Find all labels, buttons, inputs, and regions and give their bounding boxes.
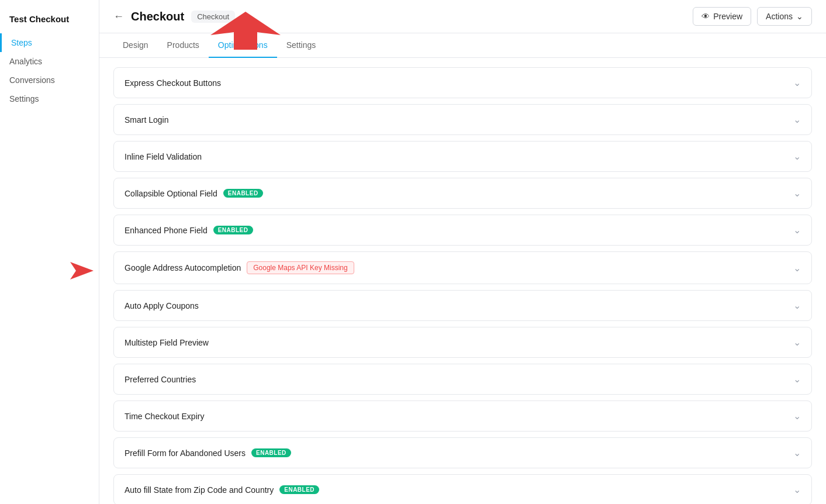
actions-button[interactable]: Actions ⌄ [757,7,812,26]
enabled-badge: ENABLED [279,485,319,494]
accordion-title-time-checkout-expiry: Time Checkout Expiry [125,412,204,421]
chevron-down-icon: ⌄ [793,484,801,495]
preview-button[interactable]: 👁 Preview [693,7,751,26]
accordion-label: Multistep Field Preview [125,338,209,347]
breadcrumb: Checkout [191,11,235,23]
chevron-down-icon: ⌄ [793,410,801,422]
accordion-item-auto-fill-state[interactable]: Auto fill State from Zip Code and Countr… [113,474,812,504]
sidebar-item-analytics[interactable]: Analytics [0,52,99,71]
accordion-label: Enhanced Phone Field [125,226,208,235]
header-right: 👁 Preview Actions ⌄ [693,7,812,26]
accordion-title-enhanced-phone: Enhanced Phone Field ENABLED [125,226,253,235]
accordion-title-preferred-countries: Preferred Countries [125,375,196,384]
accordion-title-collapsible-optional: Collapsible Optional Field ENABLED [125,189,263,198]
accordion-header-time-checkout-expiry[interactable]: Time Checkout Expiry ⌄ [114,401,811,431]
accordion-header-google-address[interactable]: Google Address Autocompletion Google Map… [114,252,811,284]
accordion-item-collapsible-optional[interactable]: Collapsible Optional Field ENABLED ⌄ [113,178,812,209]
accordion-item-smart-login[interactable]: Smart Login ⌄ [113,104,812,135]
accordion-title-auto-fill-state: Auto fill State from Zip Code and Countr… [125,485,319,495]
accordion-header-collapsible-optional[interactable]: Collapsible Optional Field ENABLED ⌄ [114,178,811,208]
accordion-label: Express Checkout Buttons [125,78,221,88]
chevron-down-icon: ⌄ [793,77,801,88]
chevron-down-icon: ⌄ [793,263,801,274]
chevron-down-icon: ⌄ [793,188,801,199]
tab-products[interactable]: Products [158,33,209,58]
chevron-down-icon: ⌄ [793,151,801,162]
accordion-title-smart-login: Smart Login [125,115,168,125]
accordion-item-prefill-form[interactable]: Prefill Form for Abandoned Users ENABLED… [113,437,812,468]
enabled-badge: ENABLED [251,448,291,457]
accordion-item-preferred-countries[interactable]: Preferred Countries ⌄ [113,364,812,395]
accordion-label: Collapsible Optional Field [125,189,217,198]
main-content: ← Checkout Checkout 👁 Preview Actions ⌄ … [99,0,826,504]
accordion-title-auto-apply-coupons: Auto Apply Coupons [125,301,199,310]
eye-icon: 👁 [701,12,710,21]
accordion-label: Google Address Autocompletion [125,263,241,272]
accordion-label: Inline Field Validation [125,152,202,161]
header-left: ← Checkout Checkout [113,10,235,23]
sidebar-title: Test Checkout [0,9,99,33]
header: ← Checkout Checkout 👁 Preview Actions ⌄ [99,0,826,33]
accordion-header-auto-apply-coupons[interactable]: Auto Apply Coupons ⌄ [114,291,811,320]
accordion-title-google-address: Google Address Autocompletion Google Map… [125,261,354,274]
accordion-label: Time Checkout Expiry [125,412,204,421]
accordion-item-enhanced-phone[interactable]: Enhanced Phone Field ENABLED ⌄ [113,215,812,246]
sidebar: Test Checkout StepsAnalyticsConversionsS… [0,0,99,504]
accordion-header-multistep-field[interactable]: Multistep Field Preview ⌄ [114,327,811,357]
tabs-container: DesignProductsOptimizationsSettings [99,33,826,58]
enabled-badge: ENABLED [223,189,263,198]
warning-badge: Google Maps API Key Missing [247,261,354,274]
page-title: Checkout [131,10,184,23]
accordion-header-express-checkout[interactable]: Express Checkout Buttons ⌄ [114,68,811,98]
accordion-header-preferred-countries[interactable]: Preferred Countries ⌄ [114,364,811,394]
chevron-down-icon: ⌄ [796,12,803,21]
enabled-badge: ENABLED [213,226,253,234]
back-button[interactable]: ← [113,11,124,23]
accordion-label: Auto fill State from Zip Code and Countr… [125,485,274,495]
accordion-item-auto-apply-coupons[interactable]: Auto Apply Coupons ⌄ [113,290,812,321]
accordion-item-inline-field[interactable]: Inline Field Validation ⌄ [113,141,812,172]
chevron-down-icon: ⌄ [793,447,801,458]
accordion-header-prefill-form[interactable]: Prefill Form for Abandoned Users ENABLED… [114,438,811,468]
accordion-header-auto-fill-state[interactable]: Auto fill State from Zip Code and Countr… [114,475,811,504]
accordion-label: Smart Login [125,115,168,125]
accordion-title-prefill-form: Prefill Form for Abandoned Users ENABLED [125,448,291,458]
tab-optimizations[interactable]: Optimizations [209,33,277,58]
sidebar-item-steps[interactable]: Steps [0,33,99,52]
chevron-down-icon: ⌄ [793,300,801,311]
content-area: Express Checkout Buttons ⌄ Smart Login ⌄… [99,58,826,504]
accordion-header-smart-login[interactable]: Smart Login ⌄ [114,105,811,134]
chevron-down-icon: ⌄ [793,374,801,385]
accordion-title-inline-field: Inline Field Validation [125,152,202,161]
accordion-label: Auto Apply Coupons [125,301,199,310]
accordion-header-inline-field[interactable]: Inline Field Validation ⌄ [114,141,811,171]
accordion-label: Preferred Countries [125,375,196,384]
chevron-down-icon: ⌄ [793,225,801,236]
accordion-item-express-checkout[interactable]: Express Checkout Buttons ⌄ [113,67,812,98]
accordion-header-enhanced-phone[interactable]: Enhanced Phone Field ENABLED ⌄ [114,215,811,245]
accordion-label: Prefill Form for Abandoned Users [125,448,246,458]
accordion-item-google-address[interactable]: Google Address Autocompletion Google Map… [113,251,812,284]
tab-design[interactable]: Design [113,33,158,58]
chevron-down-icon: ⌄ [793,337,801,348]
tab-settings[interactable]: Settings [277,33,326,58]
accordion-title-multistep-field: Multistep Field Preview [125,338,209,347]
chevron-down-icon: ⌄ [793,114,801,125]
sidebar-item-settings[interactable]: Settings [0,89,99,108]
accordion-item-time-checkout-expiry[interactable]: Time Checkout Expiry ⌄ [113,401,812,431]
accordion-title-express-checkout: Express Checkout Buttons [125,78,221,88]
sidebar-item-conversions[interactable]: Conversions [0,71,99,89]
accordion-item-multistep-field[interactable]: Multistep Field Preview ⌄ [113,327,812,358]
